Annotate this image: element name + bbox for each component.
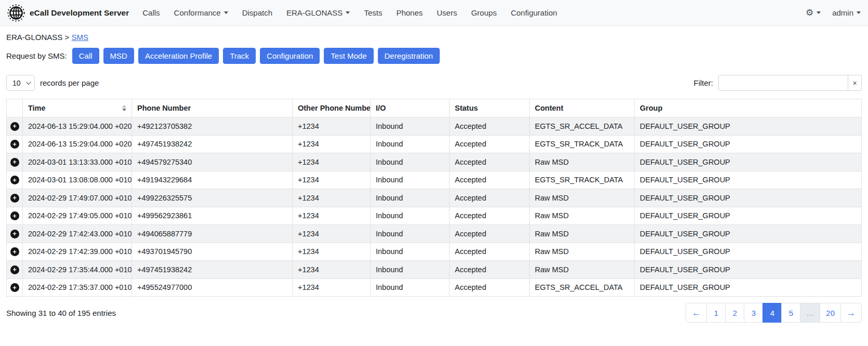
cell-group: DEFAULT_USER_GROUP bbox=[635, 153, 862, 171]
cell-io: Inbound bbox=[371, 243, 450, 261]
table-row: + 2024-02-29 17:35:44.000 +0100 +4974519… bbox=[7, 261, 862, 279]
request-test-mode-button[interactable]: Test Mode bbox=[324, 48, 373, 64]
pagination-page-4-active[interactable]: 4 bbox=[762, 303, 782, 323]
nav-item-calls[interactable]: Calls bbox=[142, 8, 160, 17]
nav-item-users[interactable]: Users bbox=[437, 8, 457, 17]
main-nav: Calls Conformance Dispatch ERA-GLONASS T… bbox=[142, 8, 557, 17]
cell-other-phone-number: +1234 bbox=[293, 189, 371, 207]
table-footer: Showing 31 to 40 of 195 entries ← 1 2 3 … bbox=[6, 303, 862, 323]
table-row: + 2024-03-01 13:13:33.000 +0100 +4945792… bbox=[7, 153, 862, 171]
pagination-page-5[interactable]: 5 bbox=[781, 303, 800, 323]
plus-icon: + bbox=[12, 141, 17, 148]
pagination-next-button[interactable]: → bbox=[840, 303, 862, 323]
expand-row-button[interactable]: + bbox=[10, 283, 19, 292]
page-size-select[interactable]: 10 bbox=[6, 75, 35, 91]
filter-label: Filter: bbox=[694, 78, 714, 87]
cell-time: 2024-03-01 13:08:08.000 +0100 bbox=[23, 171, 132, 189]
settings-menu[interactable]: ⚙ bbox=[806, 8, 821, 17]
cell-io: Inbound bbox=[371, 153, 450, 171]
expand-row-button[interactable]: + bbox=[10, 265, 19, 274]
cell-other-phone-number: +1234 bbox=[293, 207, 371, 225]
user-menu[interactable]: admin bbox=[832, 8, 861, 17]
expand-row-button[interactable]: + bbox=[10, 211, 19, 220]
close-icon: × bbox=[852, 79, 857, 87]
cell-time: 2024-02-29 17:49:07.000 +0100 bbox=[23, 189, 132, 207]
plus-icon: + bbox=[12, 266, 17, 273]
navbar-right: ⚙ admin bbox=[806, 8, 861, 17]
expand-row-button[interactable]: + bbox=[10, 158, 19, 167]
cell-phone-number: +499226325575 bbox=[132, 189, 293, 207]
breadcrumb-separator: > bbox=[65, 33, 70, 42]
table-header-io[interactable]: I/O bbox=[371, 99, 450, 117]
cell-time: 2024-02-29 17:35:37.000 +0100 bbox=[23, 278, 132, 297]
pagination-page-1[interactable]: 1 bbox=[706, 303, 726, 323]
pagination-page-20[interactable]: 20 bbox=[820, 303, 841, 323]
cell-group: DEFAULT_USER_GROUP bbox=[635, 135, 862, 153]
table-header-content[interactable]: Content bbox=[530, 99, 635, 117]
cell-time: 2024-02-29 17:49:05.000 +0100 bbox=[23, 207, 132, 225]
request-msd-button[interactable]: MSD bbox=[103, 48, 134, 64]
cell-group: DEFAULT_USER_GROUP bbox=[635, 207, 862, 225]
brand[interactable]: eCall Development Server bbox=[7, 4, 129, 22]
table-row: + 2024-02-29 17:42:43.000 +0100 +4940658… bbox=[7, 225, 862, 243]
arrow-right-icon: → bbox=[847, 309, 856, 317]
request-deregistration-button[interactable]: Deregistration bbox=[378, 48, 440, 64]
cell-time: 2024-02-29 17:42:39.000 +0100 bbox=[23, 243, 132, 261]
expand-row-button[interactable]: + bbox=[10, 140, 19, 149]
expand-row-button[interactable]: + bbox=[10, 176, 19, 184]
table-row: + 2024-06-13 15:29:04.000 +0200 +4921237… bbox=[7, 117, 862, 136]
cell-group: DEFAULT_USER_GROUP bbox=[635, 171, 862, 189]
table-header-status[interactable]: Status bbox=[450, 99, 530, 117]
clear-filter-button[interactable]: × bbox=[848, 75, 862, 91]
nav-item-conformance[interactable]: Conformance bbox=[174, 8, 228, 17]
cell-content: EGTS_SR_TRACK_DATA bbox=[530, 171, 635, 189]
arrow-left-icon: ← bbox=[692, 309, 701, 317]
cell-io: Inbound bbox=[371, 189, 450, 207]
navbar: eCall Development Server Calls Conforman… bbox=[0, 0, 868, 26]
chevron-down-icon bbox=[224, 11, 228, 14]
filter-group: Filter: × bbox=[694, 75, 862, 91]
request-by-sms-bar: Request by SMS: Call MSD Acceleration Pr… bbox=[6, 48, 862, 64]
cell-phone-number: +494579275340 bbox=[132, 153, 293, 171]
nav-item-configuration[interactable]: Configuration bbox=[511, 8, 557, 17]
cell-group: DEFAULT_USER_GROUP bbox=[635, 261, 862, 279]
table-header-phone-number[interactable]: Phone Number bbox=[132, 99, 293, 117]
request-acceleration-profile-button[interactable]: Acceleration Profile bbox=[138, 48, 219, 64]
nav-item-era-glonass[interactable]: ERA-GLONASS bbox=[286, 8, 350, 17]
nav-item-phones[interactable]: Phones bbox=[396, 8, 423, 17]
expand-row-button[interactable]: + bbox=[10, 230, 19, 238]
breadcrumb-current-link[interactable]: SMS bbox=[71, 33, 88, 42]
expand-row-button[interactable]: + bbox=[10, 247, 19, 256]
plus-icon: + bbox=[12, 158, 17, 165]
request-configuration-button[interactable]: Configuration bbox=[260, 48, 320, 64]
expand-row-button[interactable]: + bbox=[10, 194, 19, 203]
pagination-prev-button[interactable]: ← bbox=[686, 303, 707, 323]
request-call-button[interactable]: Call bbox=[72, 48, 99, 64]
cell-io: Inbound bbox=[371, 171, 450, 189]
cell-content: Raw MSD bbox=[530, 207, 635, 225]
cell-status: Accepted bbox=[450, 207, 530, 225]
table-row: + 2024-02-29 17:49:07.000 +0100 +4992263… bbox=[7, 189, 862, 207]
gear-icon: ⚙ bbox=[806, 8, 813, 17]
request-track-button[interactable]: Track bbox=[223, 48, 256, 64]
pagination-page-2[interactable]: 2 bbox=[725, 303, 744, 323]
table-header-other-phone-number[interactable]: Other Phone Number bbox=[293, 99, 371, 117]
filter-input[interactable] bbox=[718, 75, 848, 91]
cell-phone-number: +492123705382 bbox=[132, 117, 293, 136]
nav-item-dispatch[interactable]: Dispatch bbox=[242, 8, 272, 17]
table-row: + 2024-06-13 15:29:04.000 +0200 +4974519… bbox=[7, 135, 862, 153]
expand-row-button[interactable]: + bbox=[10, 122, 19, 131]
nav-item-groups[interactable]: Groups bbox=[471, 8, 496, 17]
cell-phone-number: +495524977000 bbox=[132, 278, 293, 297]
cell-io: Inbound bbox=[371, 225, 450, 243]
cell-io: Inbound bbox=[371, 117, 450, 136]
cell-time: 2024-03-01 13:13:33.000 +0100 bbox=[23, 153, 132, 171]
plus-icon: + bbox=[12, 177, 17, 183]
records-per-page-label: records per page bbox=[40, 78, 99, 87]
cell-other-phone-number: +1234 bbox=[293, 135, 371, 153]
cell-status: Accepted bbox=[450, 225, 530, 243]
table-header-time[interactable]: Time bbox=[23, 99, 132, 117]
table-header-group[interactable]: Group bbox=[635, 99, 862, 117]
pagination-page-3[interactable]: 3 bbox=[744, 303, 763, 323]
nav-item-tests[interactable]: Tests bbox=[364, 8, 382, 17]
